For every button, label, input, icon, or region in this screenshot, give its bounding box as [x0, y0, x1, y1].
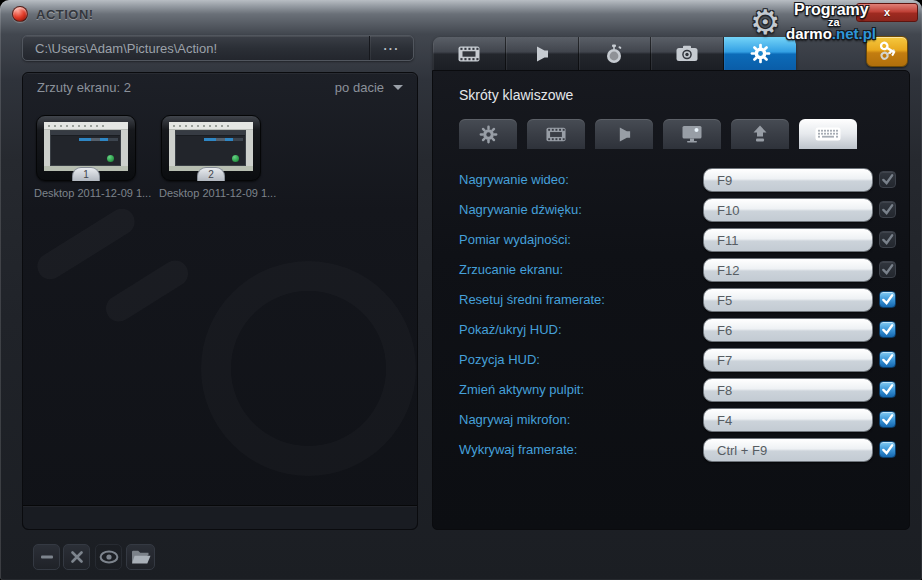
thumbnail-frame: 2 [161, 115, 261, 181]
license-key-button[interactable] [866, 36, 908, 67]
shortcut-key-input[interactable] [703, 198, 873, 222]
shortcut-enabled-checkbox[interactable] [879, 171, 896, 188]
shortcut-enabled-checkbox[interactable] [879, 381, 896, 398]
shortcut-key-input[interactable] [703, 348, 873, 372]
shortcut-row: Zmień aktywny pulpit: [433, 378, 911, 402]
monitor-icon [682, 125, 702, 143]
shortcut-row: Nagrywanie wideo: [433, 168, 911, 192]
thumbnail-number-badge: 2 [197, 167, 225, 181]
main-tab-bar [433, 37, 796, 70]
tab-audio[interactable] [506, 37, 579, 70]
thumbnail-number-badge: 1 [72, 167, 100, 181]
settings-sub-tab-bar [459, 119, 889, 149]
window-title: ACTION! [36, 7, 94, 22]
title-bar[interactable]: ACTION! x [0, 0, 922, 28]
shortcut-key-input[interactable] [703, 288, 873, 312]
shortcut-row: Resetuj średni framerate: [433, 288, 911, 312]
shortcut-key-input[interactable] [703, 258, 873, 282]
thumbnail-caption: Desktop 2011-12-09 1... [159, 187, 265, 199]
library-count-label: Zrzuty ekranu: 2 [37, 80, 131, 95]
subtab-hotkeys[interactable] [799, 119, 857, 149]
shortcut-enabled-checkbox[interactable] [879, 351, 896, 368]
background-watermark [201, 261, 416, 476]
screenshot-library-panel: Zrzuty ekranu: 2 po dacie 1 Desktop 2011… [22, 72, 418, 530]
shortcut-enabled-checkbox[interactable] [879, 291, 896, 308]
shortcut-enabled-checkbox[interactable] [879, 411, 896, 428]
shortcut-enabled-checkbox[interactable] [879, 441, 896, 458]
shortcut-enabled-checkbox[interactable] [879, 321, 896, 338]
tab-benchmark[interactable] [579, 37, 652, 70]
shortcut-label: Wykrywaj framerate: [459, 438, 577, 462]
filmstrip-icon [458, 46, 480, 62]
close-button[interactable]: x [856, 3, 918, 22]
output-folder-input[interactable] [23, 36, 367, 60]
delete-button[interactable] [63, 544, 90, 570]
shortcut-label: Zrzucanie ekranu: [459, 258, 563, 282]
filmstrip-icon [546, 127, 566, 142]
screenshot-thumbnail[interactable]: 2 Desktop 2011-12-09 1... [161, 115, 265, 199]
subtab-audio[interactable] [595, 119, 653, 149]
shortcut-enabled-checkbox[interactable] [879, 261, 896, 278]
shortcut-label: Pozycja HUD: [459, 348, 540, 372]
library-scrollbar-track[interactable] [23, 505, 417, 529]
shortcut-label: Pomiar wydajności: [459, 228, 571, 252]
x-icon [71, 551, 83, 563]
settings-panel: Skróty klawiszowe [432, 70, 910, 530]
minus-icon [41, 555, 53, 559]
camera-icon [676, 45, 698, 62]
subtab-general[interactable] [459, 119, 517, 149]
subtab-display[interactable] [663, 119, 721, 149]
subtab-video[interactable] [527, 119, 585, 149]
screenshot-thumbnail[interactable]: 1 Desktop 2011-12-09 1... [36, 115, 140, 199]
shortcut-row: Pozycja HUD: [433, 348, 911, 372]
shortcut-key-input[interactable] [703, 228, 873, 252]
subtab-export[interactable] [731, 119, 789, 149]
shortcut-label: Zmień aktywny pulpit: [459, 378, 584, 402]
library-header: Zrzuty ekranu: 2 po dacie [23, 73, 417, 101]
shortcut-key-input[interactable] [703, 438, 873, 462]
shortcut-label: Pokaż/ukryj HUD: [459, 318, 562, 342]
speaker-icon [534, 46, 550, 62]
shortcut-key-input[interactable] [703, 408, 873, 432]
folder-open-icon [131, 549, 151, 565]
app-logo-icon [12, 6, 28, 22]
thumbnail-image [169, 122, 253, 171]
shortcut-row: Pokaż/ukryj HUD: [433, 318, 911, 342]
shortcut-label: Nagrywanie wideo: [459, 168, 569, 192]
shortcut-label: Nagrywanie dźwięku: [459, 198, 582, 222]
shortcut-enabled-checkbox[interactable] [879, 201, 896, 218]
remove-button[interactable] [33, 544, 60, 570]
shortcut-key-input[interactable] [703, 378, 873, 402]
tab-video[interactable] [433, 37, 506, 70]
keyboard-icon [815, 126, 841, 142]
shortcut-row: Nagrywanie dźwięku: [433, 198, 911, 222]
thumbnail-frame: 1 [36, 115, 136, 181]
stopwatch-icon [605, 44, 623, 64]
thumbnail-caption: Desktop 2011-12-09 1... [34, 187, 140, 199]
speaker-icon [617, 127, 632, 142]
preview-button[interactable] [95, 544, 122, 570]
gear-icon [479, 125, 498, 144]
shortcut-row: Nagrywaj mikrofon: [433, 408, 911, 432]
sort-dropdown[interactable]: po dacie [335, 80, 403, 95]
shortcut-label: Nagrywaj mikrofon: [459, 408, 570, 432]
tab-screenshots[interactable] [651, 37, 724, 70]
shortcut-label: Resetuj średni framerate: [459, 288, 605, 312]
open-folder-button[interactable] [126, 544, 155, 570]
shortcut-row: Pomiar wydajności: [433, 228, 911, 252]
action-app-window: ACTION! x ⚙ Programy za darmo.net.pl ... [0, 0, 922, 580]
chevron-down-icon [393, 85, 403, 90]
output-folder-bar: ... [22, 35, 414, 61]
shortcut-enabled-checkbox[interactable] [879, 231, 896, 248]
eye-icon [99, 550, 119, 564]
browse-folder-button[interactable]: ... [369, 36, 413, 60]
upload-arrow-icon [751, 125, 769, 143]
tab-settings[interactable] [724, 37, 796, 70]
shortcut-row: Wykrywaj framerate: [433, 438, 911, 462]
shortcut-key-input[interactable] [703, 168, 873, 192]
shortcut-key-input[interactable] [703, 318, 873, 342]
shortcut-row: Zrzucanie ekranu: [433, 258, 911, 282]
thumbnail-image [44, 122, 128, 171]
gear-icon [750, 43, 771, 64]
keys-icon [875, 40, 899, 64]
